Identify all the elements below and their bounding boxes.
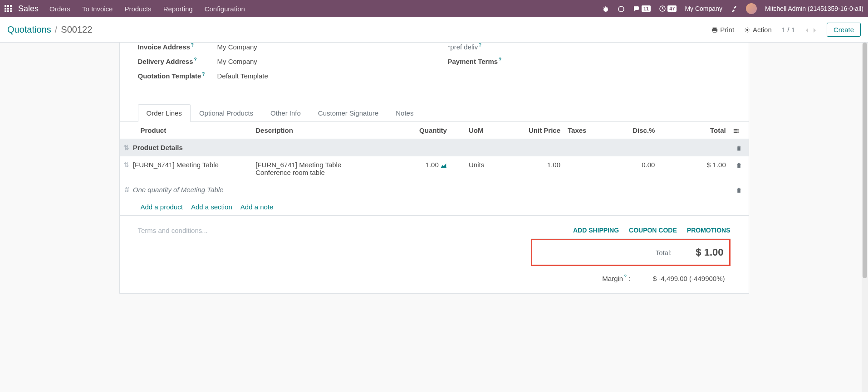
svg-rect-28 <box>737 189 740 193</box>
margin-label: Margin? : <box>602 274 630 282</box>
menu-to-invoice[interactable]: To Invoice <box>82 5 113 13</box>
tab-other-info[interactable]: Other Info <box>262 104 309 121</box>
line-product[interactable]: [FURN_6741] Meeting Table <box>133 161 219 169</box>
add-shipping-link[interactable]: ADD SHIPPING <box>573 227 619 234</box>
svg-rect-3 <box>5 8 6 10</box>
add-note-link[interactable]: Add a note <box>240 203 274 211</box>
promotions-link[interactable]: PROMOTIONS <box>687 227 731 234</box>
menu-reporting[interactable]: Reporting <box>163 5 193 13</box>
tab-customer-signature[interactable]: Customer Signature <box>309 104 387 121</box>
svg-rect-27 <box>738 163 740 164</box>
margin-row: Margin? : $ -4,499.00 (-449900%) <box>531 266 731 282</box>
menu-orders[interactable]: Orders <box>49 5 70 13</box>
pager[interactable]: 1 / 1 <box>782 26 795 34</box>
action-label: Action <box>753 26 772 34</box>
svg-rect-2 <box>10 5 12 7</box>
line-desc2[interactable]: Conference room table <box>255 169 390 176</box>
coupon-code-link[interactable]: COUPON CODE <box>629 227 677 234</box>
action-button[interactable]: Action <box>744 26 772 34</box>
line-unit-price[interactable]: 1.00 <box>503 156 564 181</box>
th-disc: Disc.% <box>602 122 658 139</box>
avatar[interactable] <box>746 3 757 14</box>
svg-rect-1 <box>7 5 9 7</box>
th-product: Product <box>120 122 252 139</box>
pager-next-icon[interactable] <box>812 26 817 34</box>
messages-icon[interactable]: 11 <box>633 5 651 12</box>
th-quantity: Quantity <box>394 122 451 139</box>
control-bar: Quotations / S00122 Print Action 1 / 1 C… <box>0 17 868 43</box>
order-lines-table: Product Description Quantity UoM Unit Pr… <box>120 122 749 198</box>
section-title: Product Details <box>133 144 183 151</box>
delete-note-icon[interactable] <box>730 181 749 199</box>
quotation-template-value[interactable]: Default Template <box>217 72 268 80</box>
note-row[interactable]: ⇅ One quantity of Meeting Table <box>120 181 749 199</box>
scrollbar-thumb[interactable] <box>863 43 867 278</box>
svg-rect-26 <box>737 164 741 165</box>
add-links: Add a product Add a section Add a note <box>120 198 749 216</box>
svg-rect-29 <box>737 189 741 189</box>
tab-order-lines[interactable]: Order Lines <box>138 104 191 122</box>
invoice-address-label: Invoice Address? <box>138 43 217 51</box>
messages-badge: 11 <box>642 5 651 12</box>
line-desc1[interactable]: [FURN_6741] Meeting Table <box>255 161 390 169</box>
pref-deliv-label: *pref deliv? <box>448 43 527 51</box>
bug-icon[interactable] <box>602 5 609 12</box>
create-button[interactable]: Create <box>827 23 861 37</box>
tabs: Order Lines Optional Products Other Info… <box>120 104 749 122</box>
user-name[interactable]: Mitchell Admin (21451359-16-0-all) <box>765 5 863 12</box>
delete-section-icon[interactable] <box>730 139 749 157</box>
tab-notes[interactable]: Notes <box>387 104 422 121</box>
svg-rect-8 <box>10 10 12 12</box>
delete-line-icon[interactable] <box>730 156 749 181</box>
svg-rect-25 <box>737 165 740 168</box>
support-icon[interactable] <box>618 5 625 12</box>
pager-prev-icon[interactable] <box>805 26 809 34</box>
scrollbar[interactable] <box>862 43 868 294</box>
section-row[interactable]: ⇅ Product Details <box>120 139 749 157</box>
th-options[interactable] <box>730 122 749 139</box>
line-disc[interactable]: 0.00 <box>602 156 658 181</box>
company-switcher[interactable]: My Company <box>685 5 722 12</box>
forecast-icon[interactable] <box>441 161 447 169</box>
breadcrumb: Quotations / S00122 <box>7 24 92 35</box>
th-total: Total <box>658 122 729 139</box>
activities-badge: 47 <box>667 5 677 12</box>
top-nav: Sales Orders To Invoice Products Reporti… <box>0 0 868 17</box>
note-text[interactable]: One quantity of Meeting Table <box>133 186 224 194</box>
main-menu: Orders To Invoice Products Reporting Con… <box>49 5 245 13</box>
print-label: Print <box>720 26 734 34</box>
line-total: $ 1.00 <box>658 156 729 181</box>
tools-icon[interactable] <box>731 5 738 12</box>
th-uom: UoM <box>451 122 503 139</box>
menu-products[interactable]: Products <box>124 5 151 13</box>
print-button[interactable]: Print <box>711 26 734 34</box>
delivery-address-value[interactable]: My Company <box>217 58 257 65</box>
svg-rect-23 <box>737 146 741 147</box>
total-label: Total: <box>656 249 672 256</box>
line-uom[interactable]: Units <box>451 156 503 181</box>
terms-field[interactable]: Terms and conditions... <box>138 227 513 282</box>
th-unit-price: Unit Price <box>503 122 564 139</box>
drag-handle-icon[interactable]: ⇅ <box>123 186 129 194</box>
svg-rect-7 <box>7 10 9 12</box>
add-product-link[interactable]: Add a product <box>141 203 183 211</box>
svg-rect-5 <box>10 8 12 10</box>
activities-icon[interactable]: 47 <box>659 5 677 12</box>
apps-icon[interactable] <box>5 5 13 13</box>
total-value: $ 1.00 <box>683 247 724 258</box>
line-taxes[interactable] <box>564 156 602 181</box>
brand-label[interactable]: Sales <box>18 4 39 14</box>
drag-handle-icon[interactable]: ⇅ <box>123 161 129 169</box>
svg-rect-24 <box>738 145 740 146</box>
drag-handle-icon[interactable]: ⇅ <box>123 144 129 151</box>
tab-optional-products[interactable]: Optional Products <box>191 104 262 121</box>
invoice-address-value[interactable]: My Company <box>217 43 257 51</box>
line-qty[interactable]: 1.00 <box>426 161 439 169</box>
menu-configuration[interactable]: Configuration <box>205 5 245 13</box>
form-sheet: Invoice Address? My Company Delivery Add… <box>119 43 749 294</box>
breadcrumb-root[interactable]: Quotations <box>7 24 51 35</box>
payment-terms-label: Payment Terms? <box>448 57 527 65</box>
add-section-link[interactable]: Add a section <box>191 203 232 211</box>
svg-point-18 <box>746 29 748 30</box>
table-row[interactable]: ⇅ [FURN_6741] Meeting Table [FURN_6741] … <box>120 156 749 181</box>
